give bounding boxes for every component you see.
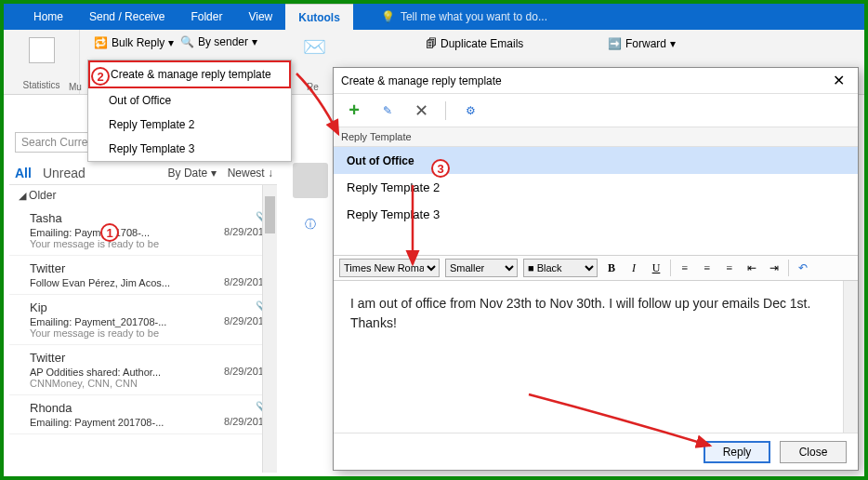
outdent-button[interactable]: ⇤: [743, 260, 760, 276]
font-color-select[interactable]: ■ Black: [523, 259, 598, 277]
filter-all[interactable]: All: [15, 166, 32, 180]
menu-out-of-office[interactable]: Out of Office: [88, 88, 291, 113]
template-reply-2[interactable]: Reply Template 2: [334, 174, 858, 201]
align-left-button[interactable]: ≡: [677, 260, 693, 276]
menu-create-manage-template[interactable]: Create & manage reply template: [88, 60, 291, 88]
message-item[interactable]: Twitter Follow Evan Pérez, Jim Acos... 8…: [9, 256, 277, 295]
reply-attach-button[interactable]: ✉️: [303, 35, 326, 58]
close-button[interactable]: Close: [780, 441, 847, 463]
align-center-button[interactable]: ≡: [699, 260, 716, 276]
tab-folder[interactable]: Folder: [178, 4, 235, 30]
reply-template-dialog: Create & manage reply template ✕ + ✎ ✕ ⚙…: [333, 67, 859, 471]
add-template-button[interactable]: +: [345, 101, 363, 120]
message-item[interactable]: Kip Emailing: Payment_201708-... Your me…: [9, 295, 277, 345]
callout-2: 2: [91, 67, 110, 86]
italic-button[interactable]: I: [625, 260, 642, 276]
duplicate-emails-button[interactable]: 🗐 Duplicate Emails: [426, 37, 523, 50]
close-icon[interactable]: ✕: [827, 72, 850, 89]
template-list: Out of Office Reply Template 2 Reply Tem…: [334, 147, 858, 255]
duplicate-icon: 🗐: [426, 37, 437, 50]
callout-1: 1: [100, 223, 119, 242]
font-family-select[interactable]: Times New Roman: [339, 259, 440, 277]
indent-button[interactable]: ⇥: [766, 260, 783, 276]
message-list-header: All Unread By Date ▾ Newest ↓: [9, 162, 279, 184]
reading-pane-fragment: ⓘ: [283, 157, 338, 473]
chevron-down-icon: ▾: [168, 36, 174, 49]
message-item[interactable]: Tasha Emailing: Paym 201708-... Your mes…: [9, 206, 277, 256]
person-search-icon: 🔍: [180, 35, 194, 48]
message-item[interactable]: Twitter AP Oddities shared: Author... CN…: [9, 345, 277, 395]
sort-by-date[interactable]: By Date ▾: [168, 167, 217, 180]
dialog-titlebar: Create & manage reply template ✕: [334, 68, 858, 94]
message-from: Twitter: [30, 261, 268, 275]
message-preview: CNNMoney, CNN, CNN: [30, 378, 268, 389]
message-from: Twitter: [30, 351, 268, 365]
avatar: [293, 163, 328, 198]
message-list: ◢ Older Tasha Emailing: Paym 201708-... …: [9, 184, 277, 473]
underline-button[interactable]: U: [648, 260, 664, 276]
message-preview: Your message is ready to be: [30, 238, 268, 249]
by-sender-dropdown[interactable]: 🔍 By sender ▾: [180, 35, 257, 48]
bulk-reply-dropdown[interactable]: 🔁 Bulk Reply ▾: [87, 33, 180, 52]
settings-button[interactable]: ⚙: [461, 101, 480, 120]
message-from: Kip: [30, 300, 268, 314]
dialog-toolbar: + ✎ ✕ ⚙: [334, 94, 858, 127]
tell-me[interactable]: 💡 Tell me what you want to do...: [381, 10, 547, 23]
chevron-down-icon: ▾: [252, 35, 257, 48]
menu-reply-template-2[interactable]: Reply Template 2: [88, 113, 291, 137]
bulk-reply-icon: 🔁: [94, 36, 108, 49]
tab-view[interactable]: View: [235, 4, 285, 30]
template-list-header: Reply Template: [334, 127, 858, 147]
bold-button[interactable]: B: [603, 260, 620, 276]
forward-icon: ➡️: [608, 37, 622, 50]
undo-button[interactable]: ↶: [795, 260, 811, 276]
dialog-title: Create & manage reply template: [341, 74, 502, 87]
group-label-mu: Mu: [69, 82, 82, 92]
lightbulb-icon: 💡: [381, 10, 395, 23]
menu-reply-template-3[interactable]: Reply Template 3: [88, 137, 291, 161]
message-list-scrollbar[interactable]: [262, 185, 277, 473]
tab-home[interactable]: Home: [20, 4, 76, 30]
bulk-reply-menu: Create & manage reply template Out of Of…: [87, 60, 292, 162]
message-from: Rhonda: [30, 401, 268, 415]
forward-dropdown[interactable]: ➡️ Forward ▾: [608, 37, 676, 50]
template-out-of-office[interactable]: Out of Office: [334, 147, 858, 174]
template-reply-3[interactable]: Reply Template 3: [334, 201, 858, 228]
group-older[interactable]: ◢ Older: [9, 185, 277, 206]
envelope-icon: ✉️: [303, 35, 326, 58]
chevron-down-icon: ▾: [670, 37, 676, 50]
dialog-buttons: Reply Close: [334, 433, 858, 470]
editor-scrollbar[interactable]: [843, 281, 858, 433]
filter-unread[interactable]: Unread: [43, 166, 85, 180]
template-body-editor[interactable]: I am out of office from Nov 23th to Nov …: [334, 281, 843, 433]
reply-button[interactable]: Reply: [704, 441, 770, 463]
callout-3: 3: [431, 159, 450, 178]
format-toolbar: Times New Roman Smaller ■ Black B I U ≡ …: [334, 255, 858, 281]
sort-newest[interactable]: Newest ↓: [228, 167, 273, 180]
ribbon-tab-strip: Home Send / Receive Folder View Kutools …: [4, 4, 864, 30]
message-preview: Your message is ready to be: [30, 327, 268, 339]
statistics-icon[interactable]: [29, 37, 55, 63]
tab-kutools[interactable]: Kutools: [285, 4, 353, 30]
edit-template-button[interactable]: ✎: [378, 101, 397, 120]
message-from: Tasha: [30, 211, 268, 225]
message-item[interactable]: Rhonda Emailing: Payment 201708-... 8/29…: [9, 395, 277, 434]
group-label-re: Re: [307, 82, 319, 92]
align-right-button[interactable]: ≡: [721, 260, 738, 276]
info-icon: ⓘ: [305, 217, 316, 233]
font-size-select[interactable]: Smaller: [445, 259, 518, 277]
delete-template-button[interactable]: ✕: [412, 101, 430, 120]
tab-send-receive[interactable]: Send / Receive: [76, 4, 178, 30]
